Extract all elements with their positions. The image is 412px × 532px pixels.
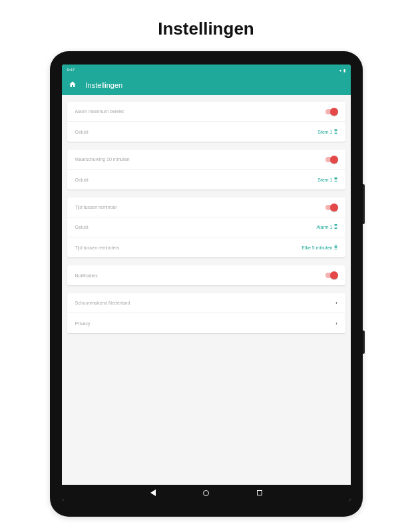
setting-label: Geluid — [75, 130, 89, 134]
setting-row-alarm-max[interactable]: Alarm maximum bereikt — [67, 102, 345, 122]
setting-label: Privacy — [75, 321, 91, 326]
tune-icon: ≣ — [334, 130, 337, 134]
setting-label: Schoonmakend Nederland — [75, 301, 130, 305]
settings-group: Tijd tussen reminder Geluid Alarm 1 ≣ Ti… — [67, 198, 345, 257]
appbar-title: Instellingen — [86, 81, 123, 89]
toggle-switch[interactable] — [325, 109, 337, 114]
android-navbar — [62, 485, 351, 501]
settings-content[interactable]: Alarm maximum bereikt Geluid Stem 1 ≣ Wa… — [62, 95, 351, 485]
status-bar: 9:47 ▾ ▮ — [62, 65, 351, 75]
device-screen: 9:47 ▾ ▮ Instellingen Alarm maximum bere… — [62, 65, 351, 501]
setting-label: Waarschuwing 10 minuten — [75, 157, 130, 162]
toggle-switch[interactable] — [325, 157, 337, 162]
setting-label: Geluid — [75, 225, 89, 229]
setting-row-warning[interactable]: Waarschuwing 10 minuten — [67, 150, 345, 170]
setting-value: Stem 1 ≣ — [317, 130, 337, 134]
settings-group: Waarschuwing 10 minuten Geluid Stem 1 ≣ — [67, 150, 345, 190]
toggle-switch[interactable] — [325, 273, 337, 278]
setting-row-reminder-interval[interactable]: Tijd tussen reminder — [67, 198, 345, 217]
setting-row-privacy[interactable]: Privacy › — [67, 313, 345, 333]
tablet-side-button — [363, 331, 365, 354]
setting-row-notifications[interactable]: Notificaties — [67, 265, 345, 285]
nav-home-button[interactable] — [203, 489, 210, 496]
setting-row-sound[interactable]: Geluid Stem 1 ≣ — [67, 170, 345, 190]
setting-row-reminder-interval-value[interactable]: Tijd tussen reminders Elke 5 minuten ≣ — [67, 237, 345, 257]
app-bar: Instellingen — [62, 75, 351, 95]
setting-label: Notificaties — [75, 273, 98, 278]
setting-label: Tijd tussen reminder — [75, 205, 117, 209]
toggle-switch[interactable] — [325, 205, 337, 210]
setting-label: Alarm maximum bereikt — [75, 109, 124, 114]
battery-icon: ▮ — [343, 68, 345, 72]
chevron-right-icon: › — [335, 321, 337, 326]
setting-row-sound[interactable]: Geluid Stem 1 ≣ — [67, 122, 345, 142]
setting-value: Stem 1 ≣ — [317, 178, 337, 182]
setting-value: Alarm 1 ≣ — [316, 225, 337, 229]
tune-icon: ≣ — [334, 245, 337, 250]
home-icon[interactable] — [69, 80, 77, 90]
setting-value: Elke 5 minuten ≣ — [302, 245, 337, 250]
tablet-side-button — [363, 184, 365, 224]
nav-back-button[interactable] — [150, 489, 156, 496]
settings-group: Alarm maximum bereikt Geluid Stem 1 ≣ — [67, 102, 345, 142]
settings-group: Notificaties — [67, 265, 345, 285]
setting-label: Tijd tussen reminders — [75, 245, 120, 250]
tablet-frame: 9:47 ▾ ▮ Instellingen Alarm maximum bere… — [50, 51, 363, 517]
tune-icon: ≣ — [334, 178, 337, 182]
setting-label: Geluid — [75, 178, 89, 182]
settings-group: Schoonmakend Nederland › Privacy › — [67, 293, 345, 333]
chevron-right-icon: › — [335, 301, 337, 305]
wifi-icon: ▾ — [339, 68, 341, 72]
nav-recent-button[interactable] — [256, 489, 263, 496]
setting-row-schoonmakend[interactable]: Schoonmakend Nederland › — [67, 293, 345, 313]
tune-icon: ≣ — [334, 225, 337, 229]
status-time: 9:47 — [67, 68, 75, 72]
setting-row-sound[interactable]: Geluid Alarm 1 ≣ — [67, 217, 345, 237]
page-heading: Instellingen — [0, 0, 412, 51]
